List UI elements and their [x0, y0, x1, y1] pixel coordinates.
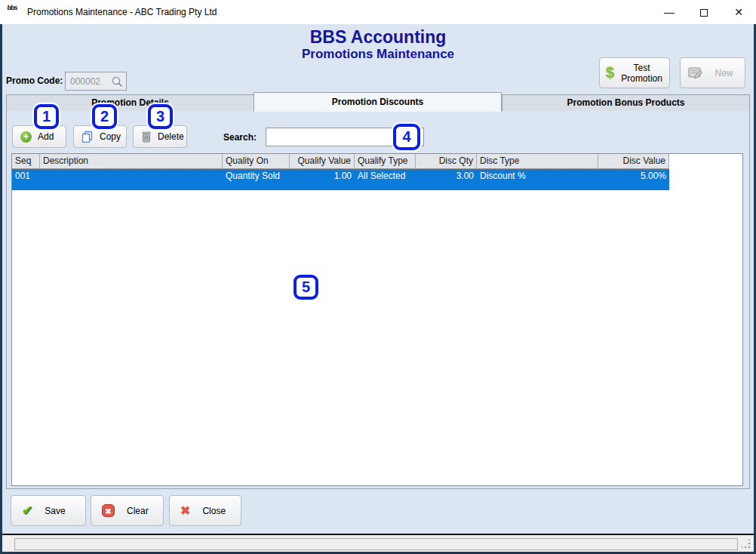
check-icon: ✔ — [22, 503, 32, 519]
save-label: Save — [45, 506, 65, 516]
col-header-disc-value[interactable]: Disc Value — [598, 154, 669, 169]
tab-promotion-bonus-products[interactable]: Promotion Bonus Products — [502, 94, 750, 112]
col-header-seq[interactable]: Seq — [12, 154, 40, 169]
promo-code-label: Promo Code: — [6, 75, 63, 86]
resize-grip[interactable] — [742, 540, 751, 549]
red-cross-icon: ✖ — [180, 503, 190, 518]
close-window-button[interactable]: ✕ — [721, 0, 756, 24]
new-label: New — [703, 68, 745, 78]
annotation-badge-5: 5 — [293, 275, 318, 300]
minimize-icon: — — [664, 6, 675, 18]
cell-qualify-value: 1.00 — [290, 170, 355, 190]
col-header-description[interactable]: Description — [40, 154, 223, 169]
delete-label: Delete — [158, 131, 184, 142]
cell-disc-value: 5.00% — [598, 170, 669, 190]
annotation-badge-1: 1 — [34, 104, 59, 129]
cell-quality-on: Quantity Sold — [223, 170, 290, 190]
status-message-panel — [14, 538, 738, 550]
grid-header-row: Seq Description Quality On Qualify Value… — [12, 154, 742, 169]
cell-description — [40, 170, 223, 190]
close-label: Close — [202, 506, 226, 516]
tab-bar: Promotion Details Promotion Discounts Pr… — [6, 94, 750, 112]
window-title: Promotions Maintenance - ABC Trading Pty… — [27, 0, 217, 24]
save-button[interactable]: ✔ Save — [11, 495, 86, 526]
stop-cross-icon: ✖ — [102, 504, 115, 517]
annotation-badge-3: 3 — [148, 104, 173, 129]
col-header-disc-qty[interactable]: Disc Qty — [416, 154, 477, 169]
cell-qualify-type: All Selected — [355, 170, 416, 190]
new-form-icon — [688, 66, 703, 80]
cell-seq: 001 — [12, 170, 40, 190]
add-label: Add — [38, 131, 54, 142]
col-header-filler — [669, 154, 742, 169]
search-magnifier-icon — [111, 75, 123, 88]
discounts-grid: Seq Description Quality On Qualify Value… — [11, 153, 743, 486]
maximize-icon — [700, 9, 708, 17]
table-row-selected[interactable]: 001 Quantity Sold 1.00 All Selected 3.00… — [12, 169, 669, 190]
minimize-button[interactable]: — — [652, 0, 687, 24]
app-window: bbs Promotions Maintenance - ABC Trading… — [0, 0, 756, 554]
copy-pages-icon — [81, 131, 94, 143]
promo-code-field-wrap — [65, 72, 127, 91]
col-header-qualify-type[interactable]: Qualify Type — [355, 154, 416, 169]
col-header-disc-type[interactable]: Disc Type — [477, 154, 598, 169]
dollar-icon: $ — [606, 64, 614, 82]
new-button[interactable]: New — [680, 57, 745, 88]
test-promotion-label: Test Promotion — [614, 63, 669, 84]
app-title: BBS Accounting — [0, 27, 756, 48]
tab-promotion-discounts[interactable]: Promotion Discounts — [254, 92, 502, 112]
bbs-logo-icon: bbs — [6, 5, 23, 20]
annotation-badge-4: 4 — [393, 124, 420, 150]
title-bar: bbs Promotions Maintenance - ABC Trading… — [0, 0, 756, 24]
promo-code-input[interactable] — [66, 72, 111, 90]
status-bar — [2, 534, 754, 552]
cell-disc-type: Discount % — [477, 170, 598, 190]
close-icon: ✕ — [734, 6, 743, 18]
test-promotion-button[interactable]: $ Test Promotion — [599, 57, 670, 88]
col-header-quality-on[interactable]: Quality On — [223, 154, 290, 169]
cell-disc-qty: 3.00 — [416, 170, 477, 190]
close-button[interactable]: ✖ Close — [169, 495, 241, 526]
search-label: Search: — [223, 132, 257, 143]
plus-icon: + — [20, 131, 32, 143]
trash-icon — [141, 131, 152, 143]
clear-label: Clear — [127, 506, 149, 516]
copy-label: Copy — [100, 131, 121, 142]
annotation-badge-2: 2 — [92, 104, 117, 129]
col-header-qualify-value[interactable]: Qualify Value — [290, 154, 355, 169]
clear-button[interactable]: ✖ Clear — [91, 495, 164, 526]
maximize-button[interactable] — [687, 0, 721, 24]
